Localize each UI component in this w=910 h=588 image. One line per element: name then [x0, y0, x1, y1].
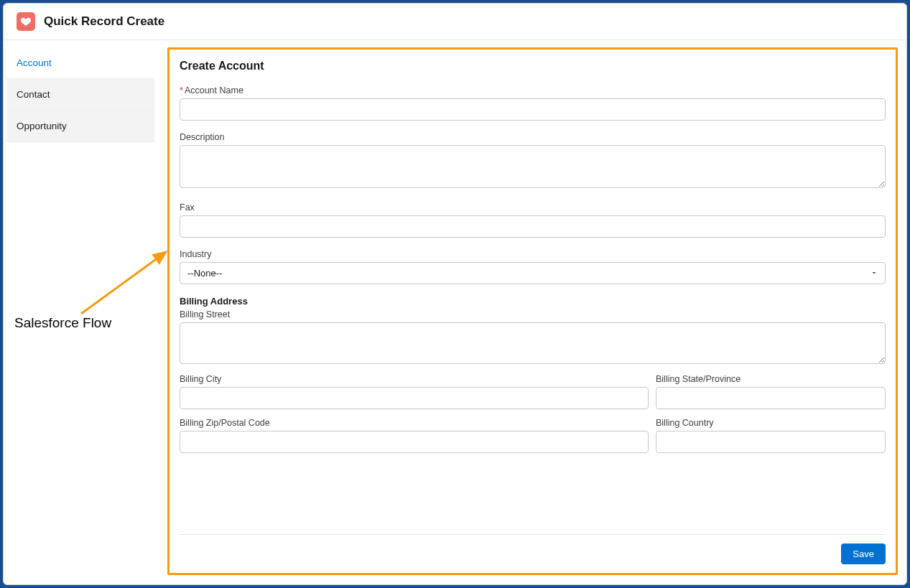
fax-input[interactable] [180, 215, 886, 238]
form-footer: Save [180, 534, 886, 564]
fax-label: Fax [180, 202, 886, 213]
field-billing-country: Billing Country [656, 418, 886, 453]
save-button[interactable]: Save [841, 543, 886, 564]
sidebar-item-account[interactable]: Account [6, 47, 154, 79]
header-bar: Quick Record Create [4, 4, 906, 40]
billing-zip-input[interactable] [180, 431, 649, 453]
highlighted-form-region: Create Account *Account Name Description… [167, 47, 898, 575]
sidebar: Account Contact Opportunity [4, 40, 154, 584]
industry-label: Industry [180, 249, 886, 259]
field-billing-zip: Billing Zip/Postal Code [180, 418, 649, 453]
field-fax: Fax [180, 202, 886, 238]
industry-select[interactable]: --None-- [180, 262, 886, 284]
billing-country-label: Billing Country [656, 418, 886, 428]
main-panel: Create Account *Account Name Description… [167, 47, 898, 575]
page-title: Quick Record Create [44, 14, 164, 29]
field-industry: Industry --None-- [180, 249, 886, 284]
billing-city-label: Billing City [180, 374, 649, 384]
billing-street-textarea[interactable] [180, 322, 886, 364]
billing-city-input[interactable] [180, 387, 649, 409]
billing-zip-label: Billing Zip/Postal Code [180, 418, 649, 428]
field-billing-state: Billing State/Province [656, 374, 886, 409]
account-name-input[interactable] [180, 98, 886, 121]
account-name-label: *Account Name [180, 85, 886, 95]
heart-icon [17, 12, 35, 31]
description-textarea[interactable] [180, 145, 886, 188]
field-billing-street: Billing Street [180, 309, 886, 367]
field-billing-city: Billing City [180, 374, 649, 409]
billing-country-input[interactable] [656, 431, 886, 453]
billing-state-label: Billing State/Province [656, 374, 886, 384]
form-content: *Account Name Description Fax Industry [180, 85, 886, 527]
sidebar-item-opportunity[interactable]: Opportunity [6, 111, 154, 142]
sidebar-item-label: Contact [17, 89, 50, 100]
sidebar-item-contact[interactable]: Contact [6, 79, 154, 111]
required-indicator: * [180, 85, 183, 95]
sidebar-item-label: Opportunity [17, 121, 67, 131]
sidebar-item-label: Account [17, 57, 52, 68]
field-description: Description [180, 132, 886, 191]
billing-address-heading: Billing Address [180, 296, 886, 307]
app-window: Quick Record Create Account Contact Oppo… [3, 3, 907, 585]
body-area: Account Contact Opportunity Create Accou… [4, 40, 906, 584]
form-title: Create Account [180, 60, 886, 73]
billing-state-input[interactable] [656, 387, 886, 409]
description-label: Description [180, 132, 886, 142]
field-account-name: *Account Name [180, 85, 886, 121]
billing-street-label: Billing Street [180, 309, 886, 319]
